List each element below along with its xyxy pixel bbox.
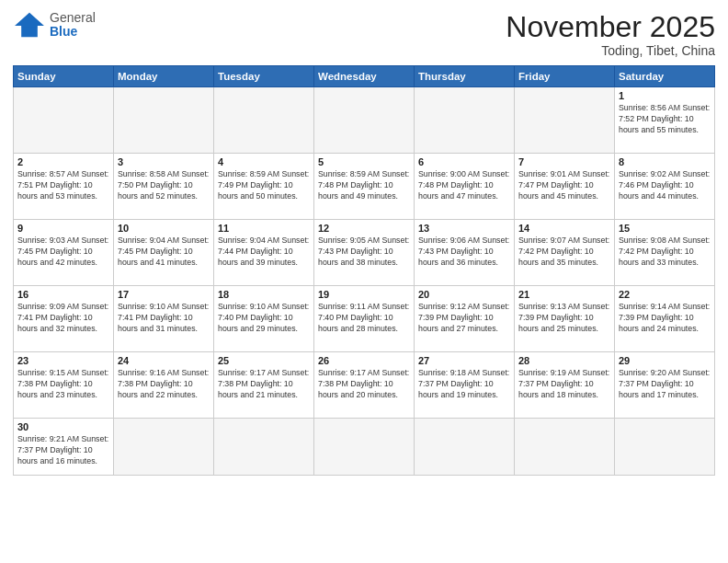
- day-info: Sunrise: 8:59 AM Sunset: 7:49 PM Dayligh…: [218, 169, 310, 202]
- day-number: 14: [518, 223, 610, 234]
- day-number: 16: [17, 289, 109, 300]
- day-number: 8: [619, 156, 711, 167]
- calendar-cell: [214, 419, 314, 476]
- calendar-header-row: Sunday Monday Tuesday Wednesday Thursday…: [14, 66, 715, 87]
- day-info: Sunrise: 9:21 AM Sunset: 7:37 PM Dayligh…: [17, 434, 109, 467]
- day-number: 4: [218, 156, 310, 167]
- day-info: Sunrise: 9:18 AM Sunset: 7:37 PM Dayligh…: [418, 368, 510, 401]
- calendar-cell: 29Sunrise: 9:20 AM Sunset: 7:37 PM Dayli…: [615, 352, 715, 419]
- day-number: 12: [318, 223, 410, 234]
- day-info: Sunrise: 9:00 AM Sunset: 7:48 PM Dayligh…: [418, 169, 510, 202]
- calendar-cell: 28Sunrise: 9:19 AM Sunset: 7:37 PM Dayli…: [515, 352, 615, 419]
- calendar-cell: 11Sunrise: 9:04 AM Sunset: 7:44 PM Dayli…: [214, 220, 314, 286]
- logo-blue: Blue: [50, 24, 77, 39]
- day-number: 2: [17, 156, 109, 167]
- col-monday: Monday: [114, 66, 214, 87]
- day-info: Sunrise: 9:14 AM Sunset: 7:39 PM Dayligh…: [619, 302, 711, 335]
- day-info: Sunrise: 8:59 AM Sunset: 7:48 PM Dayligh…: [318, 169, 410, 202]
- day-info: Sunrise: 9:16 AM Sunset: 7:38 PM Dayligh…: [118, 368, 210, 401]
- calendar-cell: [314, 419, 415, 476]
- calendar-cell: 21Sunrise: 9:13 AM Sunset: 7:39 PM Dayli…: [515, 286, 615, 352]
- col-friday: Friday: [515, 66, 615, 87]
- calendar-cell: 6Sunrise: 9:00 AM Sunset: 7:48 PM Daylig…: [415, 154, 515, 220]
- day-info: Sunrise: 9:03 AM Sunset: 7:45 PM Dayligh…: [17, 236, 109, 269]
- day-info: Sunrise: 8:58 AM Sunset: 7:50 PM Dayligh…: [118, 169, 210, 202]
- calendar-cell: 14Sunrise: 9:07 AM Sunset: 7:42 PM Dayli…: [515, 220, 615, 286]
- month-title: November 2025: [506, 11, 715, 43]
- day-info: Sunrise: 9:01 AM Sunset: 7:47 PM Dayligh…: [518, 169, 610, 202]
- calendar-cell: [114, 87, 214, 154]
- day-info: Sunrise: 9:08 AM Sunset: 7:42 PM Dayligh…: [619, 236, 711, 269]
- calendar-cell: 5Sunrise: 8:59 AM Sunset: 7:48 PM Daylig…: [314, 154, 415, 220]
- calendar-cell: 23Sunrise: 9:15 AM Sunset: 7:38 PM Dayli…: [14, 352, 114, 419]
- calendar-cell: 2Sunrise: 8:57 AM Sunset: 7:51 PM Daylig…: [14, 154, 114, 220]
- day-info: Sunrise: 9:02 AM Sunset: 7:46 PM Dayligh…: [619, 169, 711, 202]
- calendar-cell: 12Sunrise: 9:05 AM Sunset: 7:43 PM Dayli…: [314, 220, 415, 286]
- day-info: Sunrise: 9:10 AM Sunset: 7:40 PM Dayligh…: [218, 302, 310, 335]
- calendar-cell: [415, 419, 515, 476]
- title-block: November 2025 Toding, Tibet, China: [506, 11, 715, 58]
- calendar-cell: 26Sunrise: 9:17 AM Sunset: 7:38 PM Dayli…: [314, 352, 415, 419]
- col-saturday: Saturday: [615, 66, 715, 87]
- day-number: 6: [418, 156, 510, 167]
- day-info: Sunrise: 9:04 AM Sunset: 7:44 PM Dayligh…: [218, 236, 310, 269]
- day-number: 17: [118, 289, 210, 300]
- calendar-cell: [314, 87, 415, 154]
- calendar-cell: [14, 87, 114, 154]
- day-info: Sunrise: 9:05 AM Sunset: 7:43 PM Dayligh…: [318, 236, 410, 269]
- day-info: Sunrise: 9:17 AM Sunset: 7:38 PM Dayligh…: [318, 368, 410, 401]
- calendar-cell: 7Sunrise: 9:01 AM Sunset: 7:47 PM Daylig…: [515, 154, 615, 220]
- calendar-table: Sunday Monday Tuesday Wednesday Thursday…: [13, 65, 715, 476]
- svg-marker-1: [15, 13, 44, 28]
- day-number: 21: [518, 289, 610, 300]
- day-info: Sunrise: 8:57 AM Sunset: 7:51 PM Dayligh…: [17, 169, 109, 202]
- day-number: 10: [118, 223, 210, 234]
- calendar-cell: [615, 419, 715, 476]
- day-number: 1: [619, 90, 711, 101]
- col-wednesday: Wednesday: [314, 66, 415, 87]
- calendar-cell: 16Sunrise: 9:09 AM Sunset: 7:41 PM Dayli…: [14, 286, 114, 352]
- calendar-cell: 22Sunrise: 9:14 AM Sunset: 7:39 PM Dayli…: [615, 286, 715, 352]
- logo-icon: [13, 11, 46, 39]
- day-info: Sunrise: 9:19 AM Sunset: 7:37 PM Dayligh…: [518, 368, 610, 401]
- calendar-cell: 27Sunrise: 9:18 AM Sunset: 7:37 PM Dayli…: [415, 352, 515, 419]
- day-info: Sunrise: 9:07 AM Sunset: 7:42 PM Dayligh…: [518, 236, 610, 269]
- day-number: 13: [418, 223, 510, 234]
- calendar-cell: 20Sunrise: 9:12 AM Sunset: 7:39 PM Dayli…: [415, 286, 515, 352]
- day-number: 25: [218, 355, 310, 366]
- day-number: 19: [318, 289, 410, 300]
- day-number: 5: [318, 156, 410, 167]
- day-info: Sunrise: 9:06 AM Sunset: 7:43 PM Dayligh…: [418, 236, 510, 269]
- col-tuesday: Tuesday: [214, 66, 314, 87]
- day-number: 28: [518, 355, 610, 366]
- calendar-cell: [515, 419, 615, 476]
- location: Toding, Tibet, China: [506, 43, 715, 58]
- day-number: 11: [218, 223, 310, 234]
- calendar-cell: 30Sunrise: 9:21 AM Sunset: 7:37 PM Dayli…: [14, 419, 114, 476]
- calendar-cell: 19Sunrise: 9:11 AM Sunset: 7:40 PM Dayli…: [314, 286, 415, 352]
- header: General Blue November 2025 Toding, Tibet…: [13, 11, 715, 58]
- calendar-cell: 15Sunrise: 9:08 AM Sunset: 7:42 PM Dayli…: [615, 220, 715, 286]
- day-number: 27: [418, 355, 510, 366]
- calendar-cell: 9Sunrise: 9:03 AM Sunset: 7:45 PM Daylig…: [14, 220, 114, 286]
- col-thursday: Thursday: [415, 66, 515, 87]
- calendar-cell: 17Sunrise: 9:10 AM Sunset: 7:41 PM Dayli…: [114, 286, 214, 352]
- calendar-cell: 18Sunrise: 9:10 AM Sunset: 7:40 PM Dayli…: [214, 286, 314, 352]
- calendar-cell: 3Sunrise: 8:58 AM Sunset: 7:50 PM Daylig…: [114, 154, 214, 220]
- col-sunday: Sunday: [14, 66, 114, 87]
- day-info: Sunrise: 9:20 AM Sunset: 7:37 PM Dayligh…: [619, 368, 711, 401]
- day-number: 15: [619, 223, 711, 234]
- day-number: 9: [17, 223, 109, 234]
- logo: General Blue: [13, 11, 96, 40]
- day-number: 26: [318, 355, 410, 366]
- day-info: Sunrise: 9:11 AM Sunset: 7:40 PM Dayligh…: [318, 302, 410, 335]
- logo-general: General: [50, 10, 96, 25]
- day-number: 18: [218, 289, 310, 300]
- calendar-cell: [515, 87, 615, 154]
- page: General Blue November 2025 Toding, Tibet…: [0, 0, 728, 563]
- day-number: 29: [619, 355, 711, 366]
- calendar-cell: [415, 87, 515, 154]
- day-number: 22: [619, 289, 711, 300]
- calendar-cell: 8Sunrise: 9:02 AM Sunset: 7:46 PM Daylig…: [615, 154, 715, 220]
- day-info: Sunrise: 9:15 AM Sunset: 7:38 PM Dayligh…: [17, 368, 109, 401]
